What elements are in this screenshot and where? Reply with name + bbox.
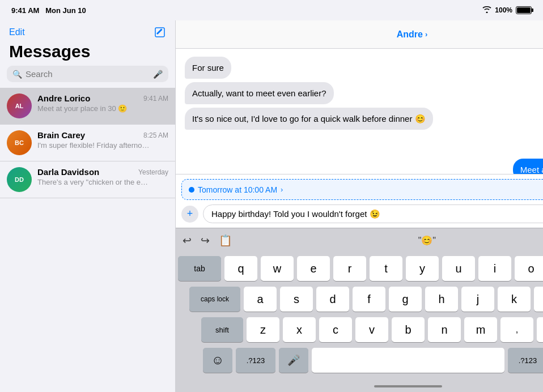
search-bar[interactable]: 🔍 🎤 bbox=[7, 66, 168, 82]
keyboard-row-1: tab q w e r t y u i o p delete bbox=[178, 256, 543, 281]
chevron-right-icon: › bbox=[425, 30, 427, 39]
avatar-brain: BC bbox=[7, 130, 32, 155]
key-x[interactable]: x bbox=[283, 317, 316, 342]
convo-preview-brain: I'm super flexible! Friday afternoon or … bbox=[37, 141, 151, 150]
battery-icon bbox=[516, 6, 532, 14]
key-t[interactable]: t bbox=[370, 256, 402, 281]
numbers-key-right[interactable]: .?123 bbox=[508, 348, 543, 373]
avatar-andre: AL bbox=[7, 93, 32, 118]
compose-input[interactable] bbox=[203, 204, 543, 223]
convo-name-brain: Brain Carey bbox=[37, 130, 85, 140]
keyboard-row-4: ☺ .?123 🎤 .?123 𝒶 ⌨ bbox=[178, 348, 543, 373]
key-f[interactable]: f bbox=[353, 287, 385, 312]
mic-icon[interactable]: 🎤 bbox=[153, 70, 163, 79]
scheduled-time: Tomorrow at 10:00 AM bbox=[198, 185, 277, 194]
key-c[interactable]: c bbox=[319, 317, 352, 342]
keyboard: tab q w e r t y u i o p delete caps lock… bbox=[176, 253, 543, 381]
home-bar bbox=[374, 385, 442, 387]
battery-display: 100% bbox=[495, 6, 512, 14]
caps-lock-key[interactable]: caps lock bbox=[189, 287, 240, 312]
convo-time-andre: 9:41 AM bbox=[143, 95, 168, 103]
convo-preview-andre: Meet at your place in 30 🙂 bbox=[37, 104, 151, 113]
keyboard-toolbar: ↩ ↪ 📋 "😊" ≡A bbox=[176, 228, 543, 253]
key-a[interactable]: a bbox=[244, 287, 277, 312]
clipboard-button[interactable]: 📋 bbox=[219, 234, 232, 247]
avatar-darla: DD bbox=[7, 167, 32, 192]
convo-time-brain: 8:25 AM bbox=[143, 131, 168, 139]
sidebar: Edit Messages 🔍 🎤 AL bbox=[0, 20, 176, 392]
keyboard-row-3: shift z x c v b n m , . shift bbox=[178, 317, 543, 342]
compose-area: Tomorrow at 10:00 AM › ✕ + bbox=[176, 174, 543, 228]
message-5: Meet at your place in 30 🙂 bbox=[513, 159, 543, 174]
emoji-key[interactable]: ☺ bbox=[203, 348, 232, 373]
conversation-item-andre[interactable]: AL Andre Lorico 9:41 AM Meet at your pla… bbox=[0, 88, 175, 125]
key-g[interactable]: g bbox=[389, 287, 422, 312]
compose-button[interactable] bbox=[154, 26, 166, 39]
key-n[interactable]: n bbox=[428, 317, 461, 342]
key-s[interactable]: s bbox=[280, 287, 313, 312]
status-time: 9:41 AM Mon Jun 10 bbox=[11, 6, 86, 15]
message-1: For sure bbox=[185, 57, 231, 79]
sidebar-title: Messages bbox=[0, 41, 175, 66]
date-display: Mon Jun 10 bbox=[45, 6, 86, 15]
conversation-item-brain[interactable]: BC Brain Carey 8:25 AM I'm super flexibl… bbox=[0, 125, 175, 161]
scheduled-dot bbox=[189, 187, 194, 193]
key-z[interactable]: z bbox=[247, 317, 279, 342]
chat-header: Andre › bbox=[176, 20, 543, 49]
chevron-right-scheduled: › bbox=[281, 185, 283, 194]
app-container: Edit Messages 🔍 🎤 AL bbox=[0, 20, 543, 392]
convo-preview-darla: There's a very "chicken or the egg" thin… bbox=[37, 178, 151, 186]
conversation-item-darla[interactable]: DD Darla Davidson Yesterday There's a ve… bbox=[0, 161, 175, 198]
convo-content-darla: Darla Davidson Yesterday There's a very … bbox=[37, 167, 168, 186]
convo-name-andre: Andre Lorico bbox=[37, 93, 90, 103]
search-input[interactable] bbox=[26, 69, 150, 79]
edit-button[interactable]: Edit bbox=[9, 27, 25, 37]
sidebar-header: Edit bbox=[0, 20, 175, 41]
compose-row: + bbox=[181, 204, 543, 223]
status-bar: 9:41 AM Mon Jun 10 100% bbox=[0, 0, 543, 20]
key-m[interactable]: m bbox=[464, 317, 497, 342]
messages-area: For sure Actually, want to meet even ear… bbox=[176, 49, 543, 174]
numbers-key-left[interactable]: .?123 bbox=[236, 348, 275, 373]
tab-key[interactable]: tab bbox=[178, 256, 221, 281]
key-r[interactable]: r bbox=[333, 256, 366, 281]
time-display: 9:41 AM bbox=[11, 6, 39, 15]
search-icon: 🔍 bbox=[12, 70, 22, 79]
shift-left-key[interactable]: shift bbox=[201, 317, 243, 342]
key-u[interactable]: u bbox=[442, 256, 475, 281]
contact-name: Andre bbox=[397, 29, 423, 40]
status-right: 100% bbox=[482, 6, 532, 15]
chat-panel: Andre › For sure Actually, want to meet … bbox=[176, 20, 543, 392]
key-l[interactable]: l bbox=[534, 287, 543, 312]
key-o[interactable]: o bbox=[515, 256, 543, 281]
key-b[interactable]: b bbox=[392, 317, 425, 342]
key-y[interactable]: y bbox=[406, 256, 439, 281]
key-k[interactable]: k bbox=[498, 287, 531, 312]
scheduled-message: Tomorrow at 10:00 AM › ✕ bbox=[181, 179, 543, 200]
add-attachment-button[interactable]: + bbox=[181, 206, 198, 223]
convo-content-brain: Brain Carey 8:25 AM I'm super flexible! … bbox=[37, 130, 168, 150]
key-e[interactable]: e bbox=[297, 256, 330, 281]
home-indicator bbox=[176, 381, 543, 392]
emoji-format-button[interactable]: "😊" bbox=[418, 235, 436, 246]
key-comma[interactable]: , bbox=[500, 317, 533, 342]
mic-key[interactable]: 🎤 bbox=[279, 348, 308, 373]
key-d[interactable]: d bbox=[316, 287, 349, 312]
key-w[interactable]: w bbox=[261, 256, 294, 281]
message-2: Actually, want to meet even earlier? bbox=[185, 82, 334, 104]
undo-button[interactable]: ↩ bbox=[183, 234, 192, 247]
conversation-list: AL Andre Lorico 9:41 AM Meet at your pla… bbox=[0, 88, 175, 392]
key-h[interactable]: h bbox=[425, 287, 458, 312]
convo-name-darla: Darla Davidson bbox=[37, 167, 99, 177]
chat-contact[interactable]: Andre › bbox=[397, 29, 428, 40]
wifi-icon bbox=[482, 6, 491, 15]
redo-button[interactable]: ↪ bbox=[201, 234, 210, 247]
key-v[interactable]: v bbox=[355, 317, 388, 342]
key-period[interactable]: . bbox=[537, 317, 543, 342]
convo-content-andre: Andre Lorico 9:41 AM Meet at your place … bbox=[37, 93, 168, 113]
message-3: It's so nice out, I'd love to go for a q… bbox=[185, 108, 433, 130]
key-q[interactable]: q bbox=[224, 256, 257, 281]
key-i[interactable]: i bbox=[478, 256, 511, 281]
space-key[interactable] bbox=[312, 348, 504, 373]
key-j[interactable]: j bbox=[461, 287, 494, 312]
